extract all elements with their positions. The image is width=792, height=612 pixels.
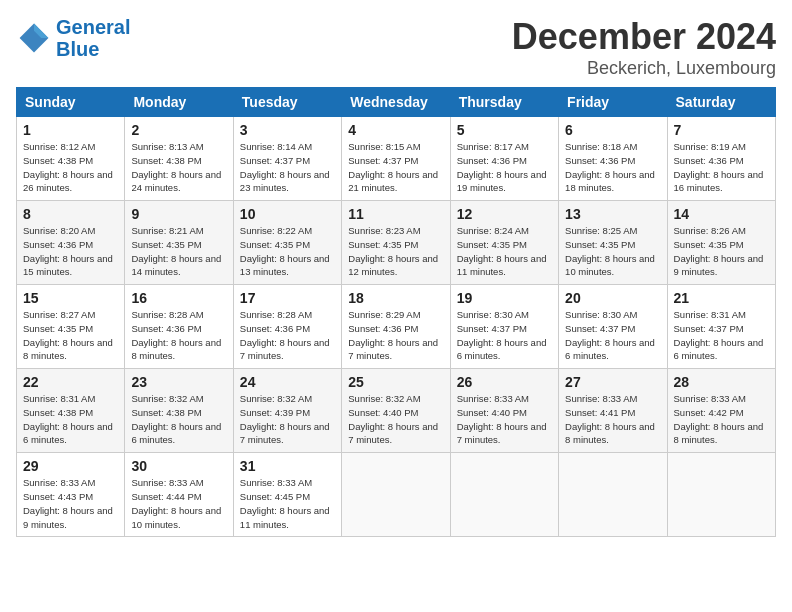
day-info: Sunrise: 8:25 AM Sunset: 4:35 PM Dayligh… <box>565 224 660 279</box>
calendar-subtitle: Beckerich, Luxembourg <box>512 58 776 79</box>
day-info: Sunrise: 8:33 AM Sunset: 4:45 PM Dayligh… <box>240 476 335 531</box>
calendar-day-cell: 26Sunrise: 8:33 AM Sunset: 4:40 PM Dayli… <box>450 369 558 453</box>
day-number: 25 <box>348 374 443 390</box>
weekday-header: Thursday <box>450 88 558 117</box>
weekday-header: Sunday <box>17 88 125 117</box>
calendar-day-cell: 1Sunrise: 8:12 AM Sunset: 4:38 PM Daylig… <box>17 117 125 201</box>
day-number: 1 <box>23 122 118 138</box>
day-number: 22 <box>23 374 118 390</box>
calendar-day-cell: 28Sunrise: 8:33 AM Sunset: 4:42 PM Dayli… <box>667 369 775 453</box>
calendar-table: SundayMondayTuesdayWednesdayThursdayFrid… <box>16 87 776 537</box>
calendar-day-cell: 23Sunrise: 8:32 AM Sunset: 4:38 PM Dayli… <box>125 369 233 453</box>
day-info: Sunrise: 8:29 AM Sunset: 4:36 PM Dayligh… <box>348 308 443 363</box>
calendar-day-cell: 29Sunrise: 8:33 AM Sunset: 4:43 PM Dayli… <box>17 453 125 537</box>
day-number: 17 <box>240 290 335 306</box>
day-info: Sunrise: 8:31 AM Sunset: 4:37 PM Dayligh… <box>674 308 769 363</box>
logo-text-blue: Blue <box>56 38 130 60</box>
weekday-header: Monday <box>125 88 233 117</box>
day-info: Sunrise: 8:17 AM Sunset: 4:36 PM Dayligh… <box>457 140 552 195</box>
day-info: Sunrise: 8:23 AM Sunset: 4:35 PM Dayligh… <box>348 224 443 279</box>
calendar-day-cell: 13Sunrise: 8:25 AM Sunset: 4:35 PM Dayli… <box>559 201 667 285</box>
day-info: Sunrise: 8:26 AM Sunset: 4:35 PM Dayligh… <box>674 224 769 279</box>
title-block: December 2024 Beckerich, Luxembourg <box>512 16 776 79</box>
day-info: Sunrise: 8:24 AM Sunset: 4:35 PM Dayligh… <box>457 224 552 279</box>
calendar-day-cell: 12Sunrise: 8:24 AM Sunset: 4:35 PM Dayli… <box>450 201 558 285</box>
day-number: 6 <box>565 122 660 138</box>
day-number: 29 <box>23 458 118 474</box>
day-number: 13 <box>565 206 660 222</box>
calendar-day-cell: 22Sunrise: 8:31 AM Sunset: 4:38 PM Dayli… <box>17 369 125 453</box>
calendar-day-cell: 17Sunrise: 8:28 AM Sunset: 4:36 PM Dayli… <box>233 285 341 369</box>
calendar-day-cell: 9Sunrise: 8:21 AM Sunset: 4:35 PM Daylig… <box>125 201 233 285</box>
day-number: 24 <box>240 374 335 390</box>
logo-icon <box>16 20 52 56</box>
day-info: Sunrise: 8:22 AM Sunset: 4:35 PM Dayligh… <box>240 224 335 279</box>
calendar-day-cell: 21Sunrise: 8:31 AM Sunset: 4:37 PM Dayli… <box>667 285 775 369</box>
weekday-header: Saturday <box>667 88 775 117</box>
day-number: 15 <box>23 290 118 306</box>
day-info: Sunrise: 8:14 AM Sunset: 4:37 PM Dayligh… <box>240 140 335 195</box>
calendar-day-cell: 8Sunrise: 8:20 AM Sunset: 4:36 PM Daylig… <box>17 201 125 285</box>
day-number: 19 <box>457 290 552 306</box>
day-number: 26 <box>457 374 552 390</box>
calendar-day-cell <box>559 453 667 537</box>
calendar-day-cell: 3Sunrise: 8:14 AM Sunset: 4:37 PM Daylig… <box>233 117 341 201</box>
calendar-day-cell: 5Sunrise: 8:17 AM Sunset: 4:36 PM Daylig… <box>450 117 558 201</box>
day-info: Sunrise: 8:31 AM Sunset: 4:38 PM Dayligh… <box>23 392 118 447</box>
day-info: Sunrise: 8:28 AM Sunset: 4:36 PM Dayligh… <box>240 308 335 363</box>
calendar-day-cell: 24Sunrise: 8:32 AM Sunset: 4:39 PM Dayli… <box>233 369 341 453</box>
day-info: Sunrise: 8:30 AM Sunset: 4:37 PM Dayligh… <box>457 308 552 363</box>
calendar-title: December 2024 <box>512 16 776 58</box>
weekday-header-row: SundayMondayTuesdayWednesdayThursdayFrid… <box>17 88 776 117</box>
day-number: 4 <box>348 122 443 138</box>
calendar-day-cell: 18Sunrise: 8:29 AM Sunset: 4:36 PM Dayli… <box>342 285 450 369</box>
day-info: Sunrise: 8:33 AM Sunset: 4:42 PM Dayligh… <box>674 392 769 447</box>
calendar-week-row: 15Sunrise: 8:27 AM Sunset: 4:35 PM Dayli… <box>17 285 776 369</box>
day-info: Sunrise: 8:19 AM Sunset: 4:36 PM Dayligh… <box>674 140 769 195</box>
day-info: Sunrise: 8:18 AM Sunset: 4:36 PM Dayligh… <box>565 140 660 195</box>
calendar-week-row: 8Sunrise: 8:20 AM Sunset: 4:36 PM Daylig… <box>17 201 776 285</box>
calendar-body: 1Sunrise: 8:12 AM Sunset: 4:38 PM Daylig… <box>17 117 776 537</box>
day-number: 3 <box>240 122 335 138</box>
day-info: Sunrise: 8:30 AM Sunset: 4:37 PM Dayligh… <box>565 308 660 363</box>
day-number: 5 <box>457 122 552 138</box>
day-info: Sunrise: 8:12 AM Sunset: 4:38 PM Dayligh… <box>23 140 118 195</box>
day-number: 31 <box>240 458 335 474</box>
weekday-header: Friday <box>559 88 667 117</box>
weekday-header: Wednesday <box>342 88 450 117</box>
calendar-day-cell: 14Sunrise: 8:26 AM Sunset: 4:35 PM Dayli… <box>667 201 775 285</box>
page-header: General Blue December 2024 Beckerich, Lu… <box>16 16 776 79</box>
day-info: Sunrise: 8:15 AM Sunset: 4:37 PM Dayligh… <box>348 140 443 195</box>
day-info: Sunrise: 8:28 AM Sunset: 4:36 PM Dayligh… <box>131 308 226 363</box>
calendar-day-cell <box>667 453 775 537</box>
day-number: 12 <box>457 206 552 222</box>
day-number: 2 <box>131 122 226 138</box>
day-number: 9 <box>131 206 226 222</box>
day-number: 28 <box>674 374 769 390</box>
calendar-day-cell: 6Sunrise: 8:18 AM Sunset: 4:36 PM Daylig… <box>559 117 667 201</box>
calendar-day-cell <box>450 453 558 537</box>
day-info: Sunrise: 8:33 AM Sunset: 4:43 PM Dayligh… <box>23 476 118 531</box>
calendar-week-row: 29Sunrise: 8:33 AM Sunset: 4:43 PM Dayli… <box>17 453 776 537</box>
day-number: 18 <box>348 290 443 306</box>
calendar-day-cell: 11Sunrise: 8:23 AM Sunset: 4:35 PM Dayli… <box>342 201 450 285</box>
day-info: Sunrise: 8:21 AM Sunset: 4:35 PM Dayligh… <box>131 224 226 279</box>
day-info: Sunrise: 8:33 AM Sunset: 4:40 PM Dayligh… <box>457 392 552 447</box>
calendar-week-row: 1Sunrise: 8:12 AM Sunset: 4:38 PM Daylig… <box>17 117 776 201</box>
logo-text-general: General <box>56 16 130 38</box>
day-number: 23 <box>131 374 226 390</box>
calendar-day-cell: 10Sunrise: 8:22 AM Sunset: 4:35 PM Dayli… <box>233 201 341 285</box>
weekday-header: Tuesday <box>233 88 341 117</box>
day-info: Sunrise: 8:32 AM Sunset: 4:38 PM Dayligh… <box>131 392 226 447</box>
calendar-week-row: 22Sunrise: 8:31 AM Sunset: 4:38 PM Dayli… <box>17 369 776 453</box>
day-number: 21 <box>674 290 769 306</box>
calendar-day-cell: 27Sunrise: 8:33 AM Sunset: 4:41 PM Dayli… <box>559 369 667 453</box>
day-info: Sunrise: 8:32 AM Sunset: 4:39 PM Dayligh… <box>240 392 335 447</box>
logo: General Blue <box>16 16 130 60</box>
day-info: Sunrise: 8:33 AM Sunset: 4:44 PM Dayligh… <box>131 476 226 531</box>
calendar-day-cell: 16Sunrise: 8:28 AM Sunset: 4:36 PM Dayli… <box>125 285 233 369</box>
day-number: 11 <box>348 206 443 222</box>
calendar-day-cell: 30Sunrise: 8:33 AM Sunset: 4:44 PM Dayli… <box>125 453 233 537</box>
day-number: 7 <box>674 122 769 138</box>
day-number: 10 <box>240 206 335 222</box>
